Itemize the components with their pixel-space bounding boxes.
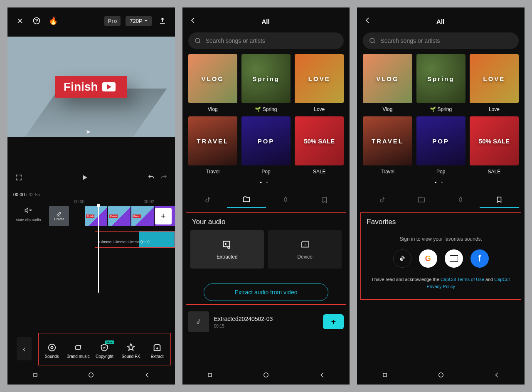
your-audio-section: Your audio Extracted Device bbox=[186, 212, 347, 273]
android-nav bbox=[7, 367, 175, 385]
svg-rect-7 bbox=[208, 373, 212, 377]
terms-link[interactable]: CapCut Terms of Use bbox=[441, 277, 484, 282]
preview-finish-badge: Finish bbox=[55, 76, 127, 98]
nav-back-icon[interactable] bbox=[493, 372, 500, 380]
back-button[interactable]: ‹ bbox=[17, 337, 32, 360]
google-login[interactable]: G bbox=[419, 249, 437, 268]
category-grid: VLOGVlog Spring🌱 Spring LOVELove TRAVELT… bbox=[357, 54, 525, 175]
flame-icon[interactable]: 🔥 bbox=[47, 15, 59, 27]
category-card[interactable]: POPPop bbox=[416, 116, 466, 175]
category-card[interactable]: Spring🌱 Spring bbox=[241, 54, 291, 112]
now-playing-info[interactable]: Extracted20240502-03 00:15 bbox=[214, 316, 318, 328]
now-playing-bar: Extracted20240502-03 00:15 + bbox=[182, 307, 350, 336]
tab-bookmark[interactable] bbox=[305, 192, 344, 208]
youtube-icon bbox=[102, 82, 116, 91]
category-card[interactable]: TRAVELTravel bbox=[188, 116, 237, 175]
playhead[interactable] bbox=[98, 205, 99, 293]
tab-folder[interactable] bbox=[402, 192, 441, 208]
category-card[interactable]: TRAVELTravel bbox=[363, 116, 412, 175]
back-icon[interactable] bbox=[189, 17, 197, 26]
source-tabs bbox=[188, 192, 344, 208]
svg-point-4 bbox=[89, 373, 94, 377]
page-dots: ●● bbox=[182, 180, 350, 184]
tiktok-login[interactable] bbox=[393, 249, 411, 268]
svg-point-5 bbox=[195, 38, 200, 43]
svg-rect-11 bbox=[383, 373, 387, 377]
category-card[interactable]: VLOGVlog bbox=[188, 54, 237, 112]
tab-folder[interactable] bbox=[227, 192, 266, 208]
cover-button[interactable]: Cover bbox=[49, 206, 69, 226]
category-card[interactable]: LOVELove bbox=[295, 54, 344, 112]
redo-icon[interactable] bbox=[160, 174, 167, 183]
category-card[interactable]: VLOGVlog bbox=[363, 54, 412, 112]
nav-recent-icon[interactable] bbox=[382, 372, 388, 380]
tool-sounds[interactable]: Sounds bbox=[39, 343, 65, 359]
mute-clip-audio[interactable]: Mute clip audio bbox=[13, 206, 43, 222]
video-clip[interactable]: Finish bbox=[131, 206, 154, 226]
header-title: All bbox=[371, 18, 518, 25]
nav-home-icon[interactable] bbox=[437, 371, 445, 380]
video-clip[interactable]: Finish bbox=[108, 206, 131, 226]
add-clip-button[interactable]: + bbox=[155, 208, 172, 224]
device-card[interactable]: Device bbox=[268, 230, 342, 269]
facebook-login[interactable]: f bbox=[470, 249, 489, 268]
fullscreen-icon[interactable] bbox=[15, 174, 22, 183]
timecode: 00:00 / 02:55 bbox=[7, 190, 175, 200]
tab-trending[interactable] bbox=[266, 192, 305, 208]
tool-extract[interactable]: Extract bbox=[144, 343, 170, 359]
tool-sound-fx[interactable]: Sound FX bbox=[118, 343, 144, 359]
nav-home-icon[interactable] bbox=[262, 371, 270, 380]
video-clip[interactable]: Finish bbox=[85, 206, 107, 226]
add-audio-button[interactable]: + bbox=[323, 314, 344, 329]
favorites-section: Favorites Sign in to view your favorites… bbox=[360, 212, 521, 300]
tab-tiktok[interactable] bbox=[363, 192, 402, 208]
nav-back-icon[interactable] bbox=[319, 372, 325, 380]
nav-home-icon[interactable] bbox=[87, 371, 95, 380]
header: All bbox=[357, 7, 525, 31]
nav-recent-icon[interactable] bbox=[32, 372, 39, 380]
category-card[interactable]: 50% SALESALE bbox=[295, 116, 344, 175]
favorites-title: Favorites bbox=[367, 218, 515, 226]
extracted-card[interactable]: Extracted bbox=[190, 230, 264, 269]
svg-point-12 bbox=[438, 373, 443, 377]
timeline[interactable]: Mute clip audio Cover Finish Finish Fini… bbox=[7, 206, 175, 260]
tool-brand-music[interactable]: Brand music bbox=[65, 343, 91, 359]
nav-recent-icon[interactable] bbox=[207, 372, 213, 380]
category-grid: VLOGVlog Spring🌱 Spring LOVELove TRAVELT… bbox=[182, 54, 350, 175]
export-icon[interactable] bbox=[157, 15, 168, 27]
tab-tiktok[interactable] bbox=[188, 192, 227, 208]
audio-tools: Sounds Brand music NewCopyright Sound FX… bbox=[38, 333, 171, 365]
help-icon[interactable] bbox=[31, 15, 42, 27]
svg-rect-3 bbox=[34, 373, 37, 377]
audio-track[interactable]: Gimme! Gimme! Gimme!(Edit) bbox=[95, 231, 175, 248]
search-input[interactable]: Search songs or artists bbox=[363, 32, 519, 49]
undo-icon[interactable] bbox=[148, 174, 155, 183]
back-icon[interactable] bbox=[364, 17, 371, 26]
pro-badge[interactable]: Pro bbox=[104, 16, 121, 26]
nav-back-icon[interactable] bbox=[144, 372, 150, 380]
top-bar: 🔥 Pro 720P bbox=[7, 7, 175, 37]
email-login[interactable] bbox=[445, 249, 463, 268]
video-preview[interactable]: Finish ➤ bbox=[7, 37, 175, 137]
favorites-screen: All Search songs or artists VLOGVlog Spr… bbox=[357, 7, 525, 385]
page-dots: ●● bbox=[357, 180, 525, 184]
now-playing-thumb[interactable] bbox=[188, 311, 209, 332]
header-title: All bbox=[197, 18, 343, 25]
svg-point-9 bbox=[370, 38, 374, 43]
resolution-dropdown[interactable]: 720P bbox=[126, 16, 151, 26]
svg-point-8 bbox=[264, 373, 268, 377]
tab-trending[interactable] bbox=[441, 192, 480, 208]
close-icon[interactable] bbox=[14, 15, 26, 27]
tab-bookmark[interactable] bbox=[480, 192, 519, 208]
svg-point-1 bbox=[48, 344, 55, 351]
extract-audio-button[interactable]: Extract audio from video bbox=[204, 284, 328, 301]
search-input[interactable]: Search songs or artists bbox=[188, 32, 344, 49]
tool-copyright[interactable]: NewCopyright bbox=[91, 343, 118, 359]
category-card[interactable]: POPPop bbox=[241, 116, 291, 175]
category-card[interactable]: LOVELove bbox=[470, 54, 519, 112]
category-card[interactable]: 50% SALESALE bbox=[470, 116, 519, 175]
category-card[interactable]: Spring🌱 Spring bbox=[416, 54, 466, 112]
signin-hint: Sign in to view your favorites sounds. bbox=[367, 236, 515, 242]
play-icon[interactable] bbox=[81, 173, 89, 183]
legal-ack: I have read and acknowledge the CapCut T… bbox=[367, 276, 515, 290]
